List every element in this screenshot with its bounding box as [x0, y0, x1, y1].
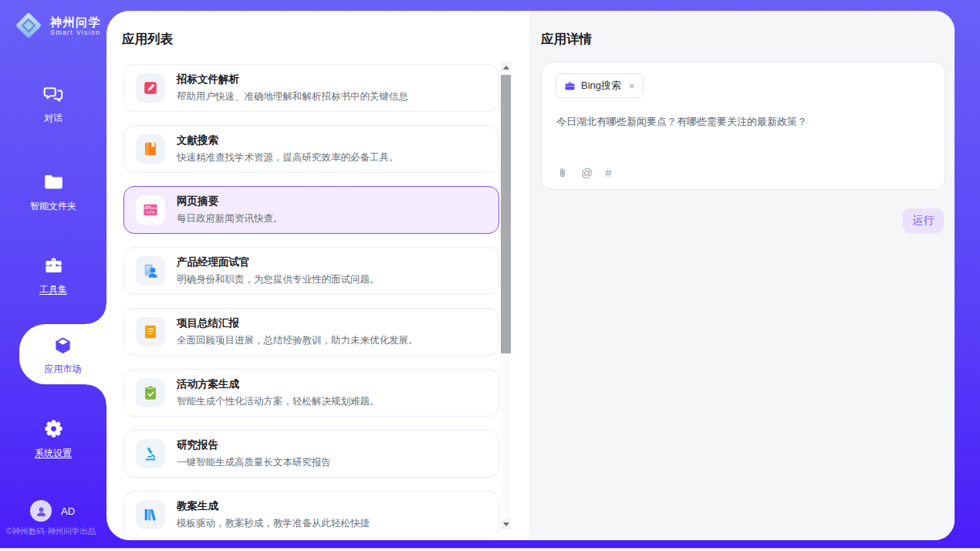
sidebar-item-smart-folder[interactable]: 智能文件夹 [0, 171, 106, 213]
briefcase-icon [564, 80, 576, 92]
folder-icon [0, 171, 106, 195]
brand-name: 神州问学 [50, 15, 101, 29]
sidebar: 神州问学 Smart Vision 对话 智能文件夹 [0, 0, 106, 548]
prompt-input[interactable]: 今日湖北有哪些新闻要点？有哪些需要关注的最新政策？ [556, 115, 927, 129]
app-card-title: 招标文件解析 [177, 73, 408, 86]
microscope-icon [136, 439, 165, 468]
attachment-icon[interactable] [556, 167, 569, 179]
app-detail-panel: 应用详情 Bing搜索 × 今日湖北有哪些新闻要点？有哪些需要关注的最新政策？ [529, 11, 955, 540]
copyright-footer: ©神州数码·神州问学出品 [6, 526, 122, 537]
toolbox-icon [0, 255, 106, 279]
app-card-desc: 每日政府新闻资讯快查。 [177, 212, 283, 225]
sidebar-item-chat[interactable]: 对话 [0, 83, 106, 125]
app-detail-title: 应用详情 [541, 31, 592, 48]
app-card-title: 产品经理面试官 [177, 255, 380, 269]
app-card-desc: 帮助用户快速、准确地理解和解析招标书中的关键信息 [177, 90, 408, 103]
sidebar-item-label: 应用市场 [19, 363, 106, 376]
person-icon [35, 505, 48, 518]
avatar [30, 500, 52, 522]
input-toolbar: @ # [556, 166, 612, 179]
sidebar-item-label: 智能文件夹 [0, 200, 106, 213]
app-card-title: 网页摘要 [177, 194, 283, 208]
app-card[interactable]: 教案生成 模板驱动，教案秒成，教学准备从此轻松快捷 [123, 491, 499, 539]
app-card-selected[interactable]: </> 网页摘要 每日政府新闻资讯快查。 [123, 186, 499, 234]
app-list-scrollbar[interactable] [501, 62, 511, 529]
bubble-curve-bottom [86, 384, 106, 404]
diamond-logo-icon [12, 9, 45, 42]
book-icon [136, 134, 165, 164]
prompt-card: Bing搜索 × 今日湖北有哪些新闻要点？有哪些需要关注的最新政策？ @ # [541, 62, 945, 190]
app-card-desc: 全面回顾项目进展，总结经验教训，助力未来优化发展。 [177, 334, 418, 347]
svg-text:</>: </> [147, 209, 155, 215]
doc-edit-icon [136, 73, 165, 103]
tool-tag-bing-search[interactable]: Bing搜索 × [556, 73, 644, 98]
app-card[interactable]: 活动方案生成 智能生成个性化活动方案，轻松解决规划难题。 [123, 369, 499, 417]
scroll-down-button[interactable] [501, 519, 511, 529]
app-card-desc: 智能生成个性化活动方案，轻松解决规划难题。 [177, 395, 380, 408]
books-icon [136, 500, 165, 529]
app-card[interactable]: 研究报告 一键智能生成高质量长文本研究报告 [123, 430, 499, 478]
browser-code-icon: </> [136, 195, 165, 225]
bubble-curve-top [86, 304, 106, 324]
app-window: 神州问学 Smart Vision 对话 智能文件夹 [0, 0, 980, 551]
main-panel: 应用列表 招标文件解析 帮助用户快速、准确地理解和解析招标书中的关键信息 [106, 11, 955, 540]
triangle-up-icon [503, 66, 509, 69]
sidebar-item-toolset[interactable]: 工具集 [0, 255, 106, 296]
sidebar-item-label: 工具集 [0, 283, 106, 296]
report-note-icon [136, 317, 165, 346]
user-account[interactable]: AD [30, 500, 75, 522]
window-bottom-edge [0, 548, 980, 551]
cube-icon [19, 336, 106, 360]
sidebar-item-settings[interactable]: 系统设置 [0, 418, 106, 460]
sidebar-item-label: 系统设置 [0, 447, 106, 460]
app-card[interactable]: 项目总结汇报 全面回顾项目进展，总结经验教训，助力未来优化发展。 [123, 308, 499, 356]
tool-tag-label: Bing搜索 [581, 79, 621, 93]
app-card[interactable]: 招标文件解析 帮助用户快速、准确地理解和解析招标书中的关键信息 [123, 64, 499, 112]
run-button[interactable]: 运行 [903, 208, 944, 233]
close-icon[interactable]: × [629, 80, 635, 92]
user-initials: AD [61, 505, 75, 517]
chat-icon [0, 83, 106, 107]
clipboard-check-icon [136, 378, 165, 407]
app-list-title: 应用列表 [122, 31, 173, 48]
interviewer-icon [136, 256, 165, 286]
sidebar-item-app-market[interactable]: 应用市场 [19, 324, 106, 384]
app-card-desc: 快速精准查找学术资源，提高研究效率的必备工具。 [177, 151, 399, 164]
brand-logo: 神州问学 Smart Vision [12, 9, 101, 42]
app-card-title: 活动方案生成 [177, 377, 380, 391]
app-card-title: 文献搜索 [177, 134, 399, 147]
sidebar-item-label: 对话 [0, 112, 106, 125]
gear-icon [0, 418, 106, 442]
triangle-down-icon [503, 522, 509, 526]
app-card-title: 项目总结汇报 [177, 316, 418, 330]
app-card-desc: 模板驱动，教案秒成，教学准备从此轻松快捷 [177, 517, 370, 530]
scrollbar-thumb[interactable] [501, 75, 511, 353]
mention-icon[interactable]: @ [581, 166, 593, 179]
app-card-title: 教案生成 [177, 499, 370, 513]
scroll-up-button[interactable] [501, 62, 511, 73]
app-card[interactable]: 文献搜索 快速精准查找学术资源，提高研究效率的必备工具。 [123, 125, 499, 173]
app-card-title: 研究报告 [177, 438, 331, 452]
hash-icon[interactable]: # [605, 166, 611, 179]
brand-subtitle: Smart Vision [50, 29, 101, 36]
app-card[interactable]: 产品经理面试官 明确身份和职责，为您提供专业性的面试问题。 [123, 247, 499, 295]
app-card-desc: 一键智能生成高质量长文本研究报告 [177, 456, 331, 469]
app-card-list: 招标文件解析 帮助用户快速、准确地理解和解析招标书中的关键信息 文献搜索 快速精… [123, 64, 499, 540]
app-card-desc: 明确身份和职责，为您提供专业性的面试问题。 [177, 273, 380, 286]
